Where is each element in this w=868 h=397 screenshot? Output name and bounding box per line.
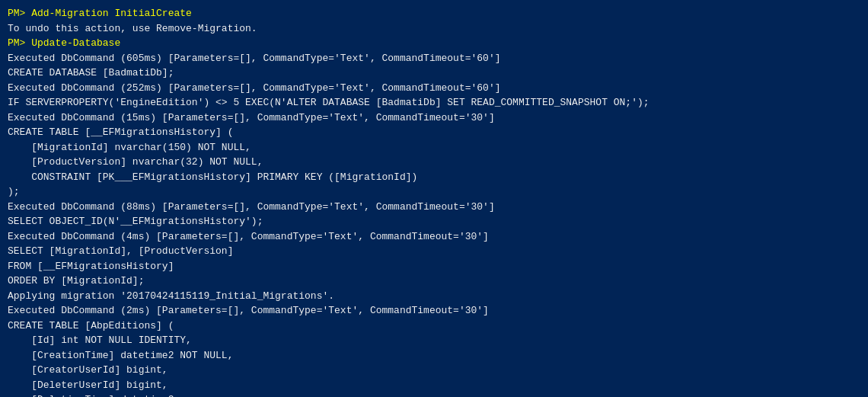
terminal-line-15: Executed DbCommand (4ms) [Parameters=[],…	[8, 229, 860, 245]
terminal-line-21: CREATE TABLE [AbpEditions] (	[8, 319, 860, 334]
terminal-line-9: [MigrationId] nvarchar(150) NOT NULL,	[8, 140, 860, 155]
terminal-line-25: [DeleterUserId] bigint,	[8, 378, 860, 393]
terminal-line-5: Executed DbCommand (252ms) [Parameters=[…	[8, 81, 860, 96]
terminal-line-17: FROM [__EFMigrationsHistory]	[8, 259, 860, 274]
terminal-line-7: Executed DbCommand (15ms) [Parameters=[]…	[8, 110, 860, 126]
terminal-line-24: [CreatorUserId] bigint,	[8, 363, 860, 378]
terminal-line-4: CREATE DATABASE [BadmatiDb];	[8, 66, 860, 81]
terminal-line-12: );	[8, 184, 860, 200]
terminal-line-10: [ProductVersion] nvarchar(32) NOT NULL,	[8, 155, 860, 170]
terminal-line-0: PM> Add-Migration InitialCreate	[8, 6, 860, 21]
terminal-line-3: Executed DbCommand (605ms) [Parameters=[…	[8, 51, 860, 66]
terminal-line-23: [CreationTime] datetime2 NOT NULL,	[8, 348, 860, 363]
terminal-line-14: SELECT OBJECT_ID(N'__EFMigrationsHistory…	[8, 214, 860, 229]
terminal-line-18: ORDER BY [MigrationId];	[8, 274, 860, 289]
terminal-line-1: To undo this action, use Remove-Migratio…	[8, 21, 860, 37]
terminal-window: PM> Add-Migration InitialCreate To undo …	[0, 0, 868, 397]
terminal-line-16: SELECT [MigrationId], [ProductVersion]	[8, 244, 860, 259]
terminal-line-11: CONSTRAINT [PK___EFMigrationsHistory] PR…	[8, 170, 860, 185]
terminal-line-6: IF SERVERPROPERTY('EngineEdition') <> 5 …	[8, 95, 860, 110]
terminal-line-2: PM> Update-Database	[8, 36, 860, 51]
terminal-line-19: Applying migration '20170424115119_Initi…	[8, 289, 860, 304]
terminal-line-26: [DeletionTime] datetime2,	[8, 392, 860, 397]
terminal-line-20: Executed DbCommand (2ms) [Parameters=[],…	[8, 303, 860, 319]
terminal-line-13: Executed DbCommand (88ms) [Parameters=[]…	[8, 200, 860, 215]
terminal-line-22: [Id] int NOT NULL IDENTITY,	[8, 333, 860, 348]
terminal-line-8: CREATE TABLE [__EFMigrationsHistory] (	[8, 125, 860, 140]
